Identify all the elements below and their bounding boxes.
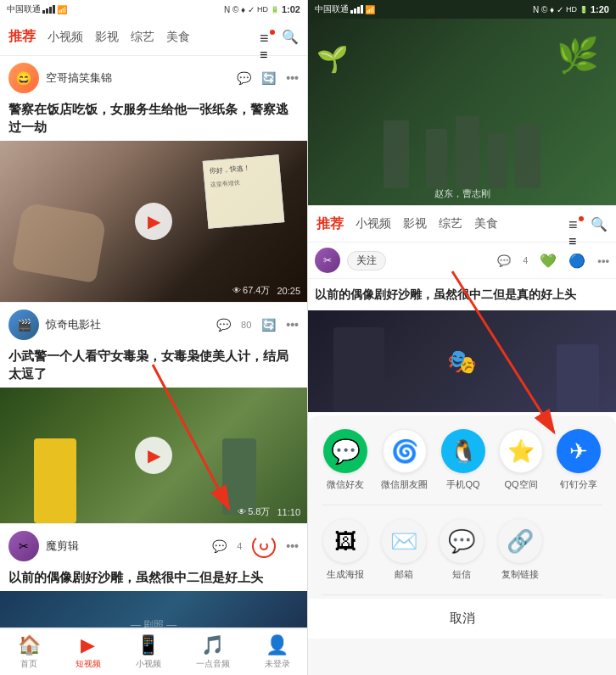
poster-label: 生成海报 [327, 568, 364, 581]
card1-refresh-icon[interactable]: 🔄 [261, 71, 276, 85]
home-label: 首页 [20, 658, 37, 670]
left-bottom-nav: 🏠 首页 ▶ 短视频 📱 小视频 🎵 一点音频 👤 未登录 [0, 628, 307, 675]
card3-channel: 魔剪辑 [46, 538, 205, 554]
video-card-3: ✂ 魔剪辑 💬 4 ••• 以前的偶像剧好沙雕，虽然很中二但是好上头 — 剧照 … [0, 524, 307, 628]
share-wechat[interactable]: 💬 微信好友 [323, 429, 367, 491]
share-wechat-moments[interactable]: 🌀 微信朋友圈 [381, 429, 428, 491]
right-status-bar: 中国联通 📶 N © ♦ ✓ HD 🔋 1:20 [308, 0, 616, 19]
card3-header: ✂ 魔剪辑 💬 4 ••• [0, 524, 307, 568]
bottom-nav-home[interactable]: 🏠 首页 [18, 634, 41, 670]
card1-title: 警察在饭店吃饭，女服务生给他一张纸条，警察逃过一劫 [0, 100, 307, 141]
right-card-icons: 💬 4 💚 🔵 ••• [497, 253, 609, 269]
more-icon-right[interactable]: ••• [597, 254, 609, 267]
status-left: 中国联通 📶 [7, 3, 67, 15]
cancel-button[interactable]: 取消 [308, 599, 616, 639]
right-comment-icon[interactable]: 💬 [497, 254, 511, 267]
card2-icons: 💬 80 🔄 ••• [216, 318, 299, 332]
share-dingtalk[interactable]: ✈ 钉钉分享 [557, 429, 601, 491]
card1-comment-icon[interactable]: 💬 [237, 71, 251, 85]
card1-play-btn[interactable]: ▶ [135, 203, 172, 240]
nav-item-film-right[interactable]: 影视 [403, 216, 427, 232]
card2-play-btn[interactable]: ▶ [135, 437, 172, 474]
card2-more-icon[interactable]: ••• [286, 318, 299, 332]
nav-item-food-right[interactable]: 美食 [474, 216, 498, 232]
shortvideo-icon: ▶ [81, 634, 95, 656]
sms-label: 短信 [452, 568, 471, 581]
nav-item-shortvideo-right[interactable]: 小视频 [356, 216, 391, 232]
nav-item-variety-right[interactable]: 综艺 [439, 216, 462, 232]
card2-meta: 👁 5.8万 11:10 [238, 505, 300, 518]
bottom-nav-video[interactable]: 📱 小视频 [136, 634, 161, 670]
right-video-title: 以前的偶像剧好沙雕，虽然很中二但是真的好上头 [308, 279, 616, 310]
right-video-2[interactable]: 🎭 [308, 310, 616, 412]
audio-label: 一点音频 [196, 658, 230, 670]
nav-item-shortvideo-left[interactable]: 小视频 [48, 30, 83, 45]
left-nav-bar: 推荐 小视频 影视 综艺 美食 ≡ 🔍 [0, 19, 307, 56]
copylink-circle: 🔗 [498, 519, 542, 563]
card1-header: 😄 空哥搞笑集锦 💬 🔄 ••• [0, 56, 307, 100]
card1-duration: 20:25 [277, 286, 300, 296]
menu-icon-right[interactable]: ≡ [568, 216, 584, 232]
card3-thumb[interactable]: — 剧照 — 折扣包 GO [0, 591, 307, 628]
card1-more-icon[interactable]: ••• [286, 71, 299, 85]
actor-label: 赵东，曹志刚 [434, 187, 490, 200]
right-comment-count: 4 [523, 255, 528, 265]
profile-label: 未登录 [265, 658, 290, 670]
menu-icon-left[interactable]: ≡ [260, 30, 275, 45]
battery-left: HD [257, 5, 268, 14]
carrier-right: 中国联通 [315, 3, 349, 15]
share-copylink[interactable]: 🔗 复制链接 [498, 519, 542, 581]
follow-button[interactable]: 关注 [347, 251, 386, 271]
card3-comment-icon[interactable]: 💬 [212, 539, 227, 553]
card3-avatar: ✂ [8, 531, 39, 561]
share-panel: 💬 微信好友 🌀 微信朋友圈 🐧 手机QQ [308, 416, 616, 675]
red-dot-left [270, 30, 275, 35]
left-panel: 中国联通 📶 N © ♦ ✓ HD 🔋 1:02 推荐 小视频 影视 [0, 0, 308, 675]
battery-icon-right: 🔋 [580, 6, 588, 14]
wechat-moments-circle: 🌀 [383, 429, 427, 473]
share-qqzone[interactable]: ⭐ QQ空间 [499, 429, 543, 491]
card2-views: 👁 5.8万 [238, 505, 270, 518]
profile-icon: 👤 [266, 634, 288, 656]
bottom-nav-audio[interactable]: 🎵 一点音频 [196, 634, 230, 670]
share-icon-right[interactable]: 🔵 [568, 253, 585, 269]
share-divider-2 [322, 594, 602, 595]
card2-refresh-icon[interactable]: 🔄 [261, 318, 276, 332]
bottom-nav-shortvideo[interactable]: ▶ 短视频 [76, 634, 101, 670]
signal-bars [42, 5, 55, 14]
battery-right: HD [566, 5, 577, 14]
search-icon-right[interactable]: 🔍 [591, 216, 608, 232]
card2-thumb[interactable]: ▶ 👁 5.8万 11:10 [0, 388, 307, 523]
nav-item-recommend-right[interactable]: 推荐 [316, 215, 344, 233]
nav-item-film-left[interactable]: 影视 [95, 30, 119, 45]
search-icon-left[interactable]: 🔍 [282, 29, 299, 45]
nav-icons-left: ≡ 🔍 [260, 29, 299, 45]
card3-more-icon[interactable]: ••• [286, 539, 299, 553]
wechat-icon-right[interactable]: 💚 [540, 253, 557, 269]
nav-item-recommend-left[interactable]: 推荐 [8, 28, 36, 46]
dingtalk-label: 钉钉分享 [560, 478, 597, 491]
nav-item-food-left[interactable]: 美食 [166, 30, 190, 45]
wifi-right: 📶 [365, 5, 375, 14]
share-sms[interactable]: 💬 短信 [440, 519, 484, 581]
audio-icon: 🎵 [201, 634, 224, 656]
card1-channel: 空哥搞笑集锦 [46, 70, 230, 86]
share-email[interactable]: ✉️ 邮箱 [382, 519, 426, 581]
share-poster[interactable]: 🖼 生成海报 [323, 519, 367, 581]
video2-icon: 🎭 [447, 348, 477, 376]
card1-avatar: 😄 [8, 63, 39, 93]
share-qq[interactable]: 🐧 手机QQ [441, 429, 485, 491]
card3-refresh-highlighted[interactable] [252, 534, 276, 558]
card1-thumb[interactable]: 你好，快逃！ 这里有埋伏 ▶ 👁 67.4万 20:25 [0, 141, 307, 302]
status-icons-right: N © ♦ ✓ [533, 5, 563, 14]
video-label: 小视频 [136, 658, 161, 670]
time-left: 1:02 [282, 4, 300, 14]
wechat-circle: 💬 [323, 429, 367, 473]
carrier-left: 中国联通 [7, 3, 41, 15]
nav-item-variety-left[interactable]: 综艺 [131, 30, 154, 45]
bottom-nav-profile[interactable]: 👤 未登录 [265, 634, 290, 670]
right-video-top[interactable]: 🌿 🌱 赵东，曹志刚 [308, 19, 616, 205]
signal-bars-right [350, 5, 363, 14]
qqzone-circle: ⭐ [499, 429, 543, 473]
card2-comment-icon[interactable]: 💬 [216, 318, 231, 332]
